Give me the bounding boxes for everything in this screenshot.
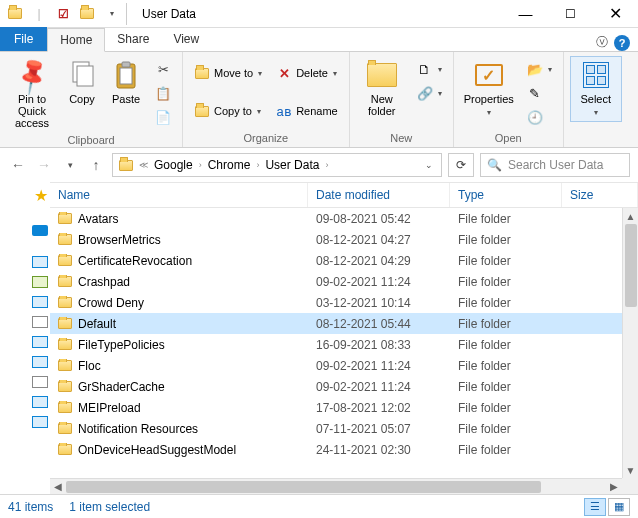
- drive-icon[interactable]: [32, 376, 48, 388]
- cut-button[interactable]: ✂: [150, 58, 176, 80]
- ribbon-collapse-icon[interactable]: ⓥ: [596, 34, 608, 51]
- table-row[interactable]: Crashpad09-02-2021 11:24File folder: [50, 271, 622, 292]
- maximize-button[interactable]: ☐: [548, 0, 593, 28]
- horizontal-scroll-thumb[interactable]: [66, 481, 541, 493]
- paste-button[interactable]: Paste: [106, 56, 146, 108]
- qat-divider: [126, 3, 132, 25]
- tab-view[interactable]: View: [161, 27, 211, 51]
- tab-share[interactable]: Share: [105, 27, 161, 51]
- address-bar[interactable]: ≪ Google › Chrome › User Data › ⌄: [112, 153, 442, 177]
- table-row[interactable]: BrowserMetrics08-12-2021 04:27File folde…: [50, 229, 622, 250]
- item-date: 09-02-2021 11:24: [308, 380, 450, 394]
- up-button[interactable]: ↑: [86, 155, 106, 175]
- breadcrumb-chrome[interactable]: Chrome: [204, 158, 255, 172]
- item-name: FileTypePolicies: [78, 338, 165, 352]
- table-row[interactable]: CertificateRevocation08-12-2021 04:29Fil…: [50, 250, 622, 271]
- drive-icon[interactable]: [32, 296, 48, 308]
- address-folder-icon: [115, 160, 137, 171]
- qat-properties-icon[interactable]: ☑: [52, 3, 74, 25]
- scroll-up-icon[interactable]: ▲: [623, 208, 638, 224]
- group-organize-label: Organize: [183, 130, 349, 147]
- easy-access-button[interactable]: 🔗▾: [412, 82, 447, 104]
- details-view-button[interactable]: ☰: [584, 498, 606, 516]
- table-row[interactable]: Avatars09-08-2021 05:42File folder: [50, 208, 622, 229]
- new-item-button[interactable]: 🗋▾: [412, 58, 447, 80]
- history-button[interactable]: 🕘: [522, 106, 557, 128]
- move-to-icon: [194, 65, 210, 81]
- search-box[interactable]: 🔍: [480, 153, 630, 177]
- minimize-button[interactable]: —: [503, 0, 548, 28]
- copy-to-button[interactable]: Copy to ▾: [189, 100, 267, 122]
- back-button[interactable]: ←: [8, 155, 28, 175]
- drive-icon[interactable]: [32, 396, 48, 408]
- item-name: OnDeviceHeadSuggestModel: [78, 443, 236, 457]
- drive-icon[interactable]: [32, 336, 48, 348]
- scroll-down-icon[interactable]: ▼: [623, 462, 638, 478]
- vertical-scrollbar[interactable]: ▲ ▼: [622, 208, 638, 478]
- close-button[interactable]: ✕: [593, 0, 638, 28]
- qat-separator: |: [28, 3, 50, 25]
- properties-button[interactable]: ✓ Properties▾: [460, 56, 518, 122]
- table-row[interactable]: Notification Resources07-11-2021 05:07Fi…: [50, 418, 622, 439]
- network-icon[interactable]: [32, 416, 48, 428]
- delete-button[interactable]: ✕ Delete ▾: [271, 62, 343, 84]
- search-input[interactable]: [508, 158, 638, 172]
- table-row[interactable]: Floc09-02-2021 11:24File folder: [50, 355, 622, 376]
- copy-icon: [66, 59, 98, 91]
- scroll-corner: [622, 478, 638, 494]
- table-row[interactable]: Default08-12-2021 05:44File folder: [50, 313, 622, 334]
- new-folder-button[interactable]: New folder: [356, 56, 408, 120]
- table-row[interactable]: OnDeviceHeadSuggestModel24-11-2021 02:30…: [50, 439, 622, 460]
- select-button[interactable]: Select▾: [570, 56, 622, 122]
- search-icon: 🔍: [487, 158, 502, 172]
- table-row[interactable]: FileTypePolicies16-09-2021 08:33File fol…: [50, 334, 622, 355]
- column-size[interactable]: Size: [562, 183, 638, 207]
- item-date: 09-02-2021 11:24: [308, 359, 450, 373]
- paste-shortcut-button[interactable]: 📄: [150, 106, 176, 128]
- drive-icon[interactable]: [32, 316, 48, 328]
- scroll-right-icon[interactable]: ▶: [606, 479, 622, 495]
- properties-icon: ✓: [473, 59, 505, 91]
- table-row[interactable]: MEIPreload17-08-2021 12:02File folder: [50, 397, 622, 418]
- table-row[interactable]: Crowd Deny03-12-2021 10:14File folder: [50, 292, 622, 313]
- column-type[interactable]: Type: [450, 183, 562, 207]
- horizontal-scrollbar[interactable]: ◀ ▶: [50, 478, 622, 494]
- move-to-button[interactable]: Move to ▾: [189, 62, 267, 84]
- rename-button[interactable]: aʙ Rename: [271, 100, 343, 122]
- refresh-button[interactable]: ⟳: [448, 153, 474, 177]
- this-pc-icon[interactable]: [32, 256, 48, 268]
- folder-icon: [58, 402, 72, 413]
- onedrive-icon[interactable]: [32, 225, 48, 236]
- quick-access-icon[interactable]: ★: [34, 186, 48, 205]
- forward-button[interactable]: →: [34, 155, 54, 175]
- drive-icon[interactable]: [32, 356, 48, 368]
- tab-home[interactable]: Home: [47, 28, 105, 52]
- address-history-dropdown[interactable]: ⌄: [419, 155, 439, 175]
- item-name: Default: [78, 317, 116, 331]
- column-date[interactable]: Date modified: [308, 183, 450, 207]
- breadcrumb-google[interactable]: Google: [150, 158, 197, 172]
- thumbnails-view-button[interactable]: ▦: [608, 498, 630, 516]
- copy-button[interactable]: Copy: [62, 56, 102, 108]
- app-folder-icon: [4, 3, 26, 25]
- column-name[interactable]: Name: [50, 183, 308, 207]
- copy-path-button[interactable]: 📋: [150, 82, 176, 104]
- edit-button[interactable]: ✎: [522, 82, 557, 104]
- breadcrumb-userdata[interactable]: User Data: [261, 158, 323, 172]
- pin-to-quick-access-button[interactable]: 📌 Pin to Quick access: [6, 56, 58, 132]
- item-date: 03-12-2021 10:14: [308, 296, 450, 310]
- tab-file[interactable]: File: [0, 27, 47, 51]
- scroll-left-icon[interactable]: ◀: [50, 479, 66, 495]
- paste-icon: [110, 59, 142, 91]
- table-row[interactable]: GrShaderCache09-02-2021 11:24File folder: [50, 376, 622, 397]
- qat-dropdown[interactable]: ▾: [100, 3, 122, 25]
- vertical-scroll-thumb[interactable]: [625, 224, 637, 307]
- recent-locations-button[interactable]: ▾: [60, 155, 80, 175]
- easy-access-icon: 🔗: [417, 85, 433, 101]
- navigation-pane[interactable]: ★: [0, 182, 50, 494]
- help-icon[interactable]: ?: [614, 35, 630, 51]
- qat-newfolder-icon[interactable]: [76, 3, 98, 25]
- properties-label: Properties▾: [464, 93, 514, 119]
- open-button[interactable]: 📂▾: [522, 58, 557, 80]
- drive-icon[interactable]: [32, 276, 48, 288]
